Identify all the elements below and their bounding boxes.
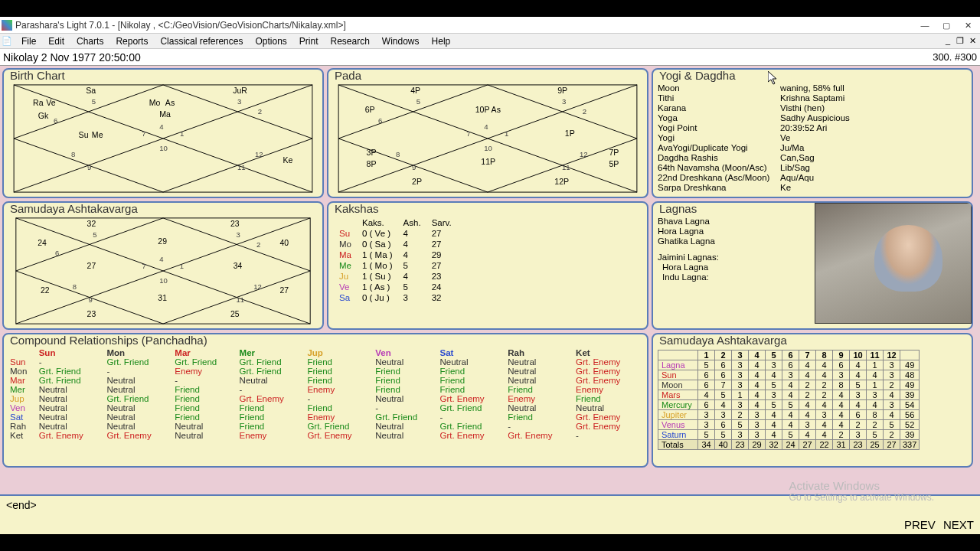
svg-text:23: 23 [230,220,240,228]
svg-text:12: 12 [580,150,588,158]
svg-text:4: 4 [159,122,164,131]
sav-diamond-diagram: 456 8910 11121 273 2932 2427 2223 3125 2… [8,217,318,325]
svg-text:7: 7 [466,129,470,138]
kakshas-table: Kaks.Ash.Sarv.Su0 ( Ve )427Mo0 ( Sa )427… [333,217,458,304]
svg-text:9: 9 [87,163,91,171]
end-marker: <end> [6,499,974,511]
svg-text:34: 34 [234,262,243,270]
svg-text:Ve: Ve [46,98,55,107]
svg-text:1: 1 [180,262,184,270]
svg-text:2P: 2P [412,177,422,186]
svg-text:6P: 6P [365,105,375,114]
svg-text:3: 3 [237,230,240,239]
svg-text:Su: Su [79,130,89,139]
svg-text:8: 8 [396,150,400,158]
sav-diamond-panel[interactable]: Samudaya Ashtakavarga 456 8910 11121 273… [2,201,324,330]
compound-relationships-panel[interactable]: Compound Relationships (Panchadha) SunMo… [2,333,648,468]
svg-text:12P: 12P [554,177,569,186]
svg-text:2: 2 [256,240,260,249]
close-button[interactable]: ✕ [957,18,978,32]
menu-charts[interactable]: Charts [70,36,109,47]
app-window: Parashara's Light 7.0.1 - [Nikolay , <C:… [0,17,980,534]
svg-text:1: 1 [180,129,184,138]
svg-text:11: 11 [237,163,246,171]
svg-text:11P: 11P [481,157,495,166]
pada-chart-diagram: 456 8910 11121 273 4P 6P 3P8P 2P 10P As … [333,83,642,194]
pada-panel[interactable]: Pada 456 8910 11121 273 4P 6P 3P8P 2P 10… [327,68,648,198]
maximize-button[interactable]: ▢ [936,18,957,32]
chart-subject-info: Nikolay 2 Nov 1977 20:50:00 [3,51,933,64]
svg-text:40: 40 [279,239,289,247]
birth-chart-panel[interactable]: Birth Chart 456 8910 11121 273 Sa RaVe G… [2,68,324,198]
svg-text:11: 11 [237,295,245,304]
yogi-row: YogaSadhy Auspicious [658,113,967,123]
menu-classical-references[interactable]: Classical references [154,36,249,47]
menu-file[interactable]: File [15,36,42,47]
svg-text:6: 6 [54,116,57,125]
menu-help[interactable]: Help [426,36,457,47]
app-icon [2,20,12,31]
panel-title: Samudaya Ashtakavarga [8,202,139,215]
svg-text:3: 3 [237,97,241,106]
info-bar: Nikolay 2 Nov 1977 20:50:00 300. #300 [0,49,980,66]
file-icon[interactable]: 📄 [2,36,12,46]
yogi-row: TithiKrishna Saptami [658,93,967,103]
svg-text:Ra: Ra [33,98,44,107]
svg-text:5P: 5P [609,159,619,168]
panel-title: Pada [333,69,363,82]
svg-text:8P: 8P [367,159,377,168]
mdi-restore-button[interactable]: ❐ [954,36,966,46]
window-title: Parashara's Light 7.0.1 - [Nikolay , <C:… [15,20,914,31]
svg-text:29: 29 [158,237,167,246]
mdi-minimize-button[interactable]: _ [942,36,954,46]
svg-text:22: 22 [41,286,50,295]
kakshas-panel[interactable]: Kakshas Kaks.Ash.Sarv.Su0 ( Ve )427Mo0 (… [327,201,648,330]
svg-text:10P As: 10P As [475,105,501,114]
menu-research[interactable]: Research [325,36,376,47]
menu-print[interactable]: Print [293,36,325,47]
lagnas-panel[interactable]: Lagnas Bhava LagnaHora LagnaGhatika Lagn… [652,201,973,330]
birth-chart-diagram: 456 8910 11121 273 Sa RaVe Gk SuMe MoAs … [8,83,318,194]
compound-table: SunMonMarMerJupVenSatRahKetSun-Grt. Frie… [8,348,642,440]
mdi-close-button[interactable]: ✕ [966,36,978,46]
menu-reports[interactable]: Reports [109,36,154,47]
menu-options[interactable]: Options [249,36,292,47]
svg-text:25: 25 [230,310,240,318]
svg-text:JuR: JuR [233,86,247,95]
panel-title: Lagnas [658,202,698,215]
yogi-row: 22nd Dreshkana (Asc/Moon)Aqu/Aqu [658,173,967,183]
svg-text:5: 5 [93,230,96,239]
page-counter: 300. #300 [933,51,977,63]
svg-text:7: 7 [142,129,145,138]
svg-text:10: 10 [159,144,168,152]
minimize-button[interactable]: — [914,18,936,32]
svg-text:2: 2 [583,107,586,116]
svg-text:As: As [165,98,175,107]
menu-windows[interactable]: Windows [376,36,426,47]
sav-table-panel[interactable]: Samudaya Ashtakavarga 123456789101112Lag… [652,333,973,468]
svg-text:9: 9 [412,163,416,171]
svg-text:6: 6 [378,116,382,125]
svg-text:10: 10 [484,144,492,152]
svg-text:Sa: Sa [86,86,96,95]
yogi-row: Dagdha RashisCan,Sag [658,153,967,163]
prev-button[interactable]: PREV [904,518,936,531]
yogi-row: AvaYogi/Duplicate YogiJu/Ma [658,143,967,153]
panel-title: Kakshas [333,202,381,215]
svg-text:Ke: Ke [283,155,292,165]
menu-edit[interactable]: Edit [42,36,70,47]
video-overlay [815,203,972,324]
yogi-dagdha-panel[interactable]: Yogi & Dagdha Moonwaning, 58% fullTithiK… [652,68,973,198]
svg-text:12: 12 [253,282,262,291]
svg-text:Gk: Gk [38,111,49,120]
svg-text:Mo: Mo [149,98,161,107]
yogi-row: Yogi Point20:39:52 Ari [658,123,967,133]
svg-text:10: 10 [159,276,168,285]
svg-text:7: 7 [142,262,146,270]
svg-text:32: 32 [87,220,96,228]
next-button[interactable]: NEXT [943,518,974,531]
panel-title: Birth Chart [8,69,67,82]
menubar: 📄 FileEditChartsReportsClassical referen… [0,34,980,49]
svg-text:4: 4 [159,255,163,263]
workspace: Birth Chart 456 8910 11121 273 Sa RaVe G… [0,66,980,478]
